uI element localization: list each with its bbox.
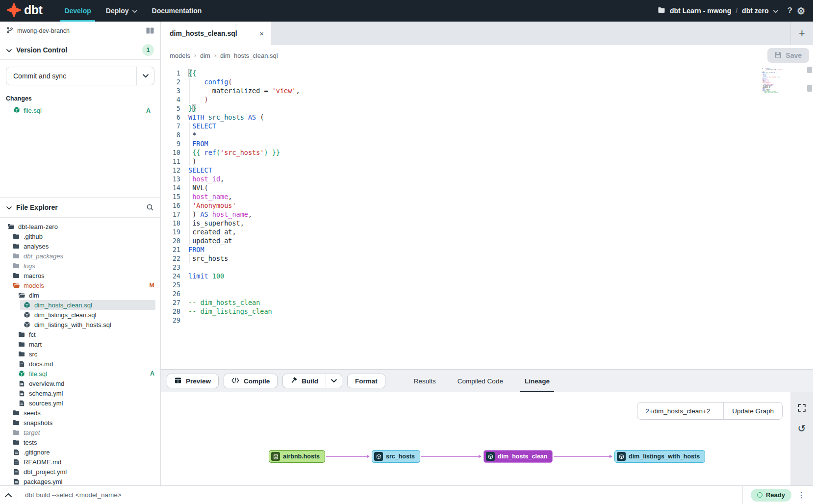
tree-item-.gitignore[interactable]: .gitignore	[0, 447, 160, 457]
dbt-logo[interactable]: dbt	[7, 3, 42, 19]
code-line-text[interactable]: {{	[188, 69, 196, 77]
breadcrumb-dim[interactable]: dim	[200, 52, 210, 59]
code-line-text[interactable]: src_hosts	[188, 254, 228, 263]
account-name[interactable]: dbt Learn - mwong	[670, 7, 731, 15]
tree-item-mart[interactable]: mart	[0, 339, 160, 349]
build-options-caret[interactable]	[326, 374, 342, 388]
help-icon[interactable]: ?	[788, 6, 792, 16]
code-line-text[interactable]: )	[188, 157, 196, 166]
lineage-node-airbnb.hosts[interactable]: airbnb.hosts	[269, 450, 325, 463]
lineage-node-src_hosts[interactable]: src_hosts	[372, 450, 420, 463]
tree-item-dbt_packages[interactable]: dbt_packages	[0, 251, 160, 261]
code-line-text[interactable]: ) AS host_name,	[188, 210, 252, 219]
tab-compiled-code[interactable]: Compiled Code	[457, 370, 503, 392]
build-button[interactable]: Build	[283, 374, 326, 388]
search-icon[interactable]	[146, 203, 154, 211]
scrollbar-thumb[interactable]	[807, 67, 812, 73]
code-line-text[interactable]: limit 100	[188, 272, 224, 280]
commit-and-sync-button[interactable]: Commit and sync	[6, 67, 154, 85]
code-line-text[interactable]: *	[188, 130, 196, 139]
code-line-text[interactable]: SELECT	[188, 166, 212, 175]
breadcrumb-models[interactable]: models	[170, 52, 190, 59]
save-button[interactable]: Save	[767, 48, 809, 63]
code-line-text[interactable]: FROM	[188, 139, 208, 148]
code-line-text[interactable]: updated_at	[188, 236, 232, 245]
tree-item-.github[interactable]: .github	[0, 231, 160, 241]
code-line-text[interactable]: WITH src_hosts AS (	[188, 113, 264, 122]
docs-panel-icon[interactable]	[146, 27, 154, 34]
code-line-text[interactable]: -- dim_hosts_clean	[188, 298, 260, 307]
tree-item-file.sql[interactable]: file.sqlA	[0, 369, 160, 378]
tree-item-dbt-learn-zero[interactable]: dbt-learn-zero	[0, 222, 160, 231]
tree-item-tests[interactable]: tests	[0, 437, 160, 447]
gear-icon[interactable]: ⚙	[797, 6, 805, 16]
code-line-text[interactable]: created_at,	[188, 227, 236, 236]
nav-item-documentation[interactable]: Documentation	[145, 0, 209, 22]
tree-item-snapshots[interactable]: snapshots	[0, 418, 160, 428]
fullscreen-icon[interactable]	[798, 404, 806, 414]
editor-tab-dim-hosts-clean[interactable]: dim_hosts_clean.sql ×	[161, 22, 271, 45]
compile-button[interactable]: Compile	[224, 374, 278, 388]
tree-item-target[interactable]: target	[0, 428, 160, 437]
tree-item-models[interactable]: modelsM	[0, 280, 160, 290]
tree-item-packages.yml[interactable]: packages.yml	[0, 477, 160, 485]
project-selector[interactable]: dbt zero	[742, 7, 768, 15]
code-line-text[interactable]: }}	[188, 104, 196, 113]
branch-row[interactable]: mwong-dev-branch	[0, 22, 160, 40]
new-tab-button[interactable]: +	[790, 22, 813, 45]
code-line-text[interactable]: NVL(	[188, 183, 208, 192]
code-editor[interactable]: 1{{2 config(3 materialized = 'view',4 )5…	[161, 66, 813, 369]
scrollbar-thumb[interactable]	[807, 85, 812, 92]
code-line-text[interactable]: FROM	[188, 245, 204, 254]
tree-item-sources.yml[interactable]: sources.yml	[0, 398, 160, 408]
editor-minimap[interactable]: {{ config( materialized = 'view', )}}WIT…	[762, 68, 804, 93]
version-control-header[interactable]: Version Control 1	[0, 40, 160, 60]
tree-item-src[interactable]: src	[0, 349, 160, 359]
code-line-text[interactable]: )	[188, 95, 208, 104]
tree-item-overview.md[interactable]: overview.md	[0, 378, 160, 388]
code-line-text[interactable]: config(	[188, 77, 232, 86]
code-line-text[interactable]: host_name,	[188, 192, 232, 201]
preview-button[interactable]: Preview	[167, 374, 219, 388]
code-line-text[interactable]: -- dim_listings_clean	[188, 307, 272, 316]
reset-view-icon[interactable]: ↺	[798, 424, 806, 433]
lineage-node-dim_hosts_clean[interactable]: dim_hosts_clean	[483, 450, 553, 463]
tree-item-seeds[interactable]: seeds	[0, 408, 160, 418]
chevron-down-icon[interactable]	[773, 7, 778, 15]
tree-item-analyses[interactable]: analyses	[0, 241, 160, 251]
tree-item-dim[interactable]: dim	[0, 290, 160, 300]
format-button[interactable]: Format	[347, 374, 385, 388]
nav-item-deploy[interactable]: Deploy	[99, 0, 145, 22]
tree-item-docs.md[interactable]: docs.md	[0, 359, 160, 369]
chevron-up-icon[interactable]	[0, 493, 17, 497]
tree-item-schema.yml[interactable]: schema.yml	[0, 388, 160, 398]
tree-item-fct[interactable]: fct	[0, 329, 160, 339]
tab-results[interactable]: Results	[414, 370, 436, 392]
code-line-text[interactable]: is_superhost,	[188, 219, 244, 227]
file-explorer-header[interactable]: File Explorer	[0, 197, 160, 218]
tree-item-README.md[interactable]: README.md	[0, 457, 160, 467]
tree-item-dim_listings_clean.sql[interactable]: dim_listings_clean.sql	[0, 310, 160, 320]
tree-item-dim_hosts_clean.sql[interactable]: dim_hosts_clean.sql	[20, 300, 155, 310]
tree-item-dbt_project.yml[interactable]: dbt_project.yml	[0, 467, 160, 477]
tree-item-dim_listings_with_hosts.sql[interactable]: dim_listings_with_hosts.sql	[0, 320, 160, 329]
breadcrumb-file[interactable]: dim_hosts_clean.sql	[220, 52, 278, 59]
code-line-text[interactable]: SELECT	[188, 122, 216, 130]
lineage-selector-input[interactable]: 2+dim_hosts_clean+2	[637, 403, 724, 419]
tree-item-logs[interactable]: logs	[0, 261, 160, 271]
nav-item-develop[interactable]: Develop	[57, 0, 98, 22]
code-line-text[interactable]: {{ ref('src_hosts') }}	[188, 148, 280, 157]
code-line-text[interactable]: materialized = 'view',	[188, 86, 300, 95]
lineage-node-dim_listings_with_hosts[interactable]: dim_listings_with_hosts	[614, 450, 705, 463]
command-input[interactable]: dbt build --select <model_name>	[25, 491, 742, 499]
update-graph-button[interactable]: Update Graph	[724, 403, 782, 419]
close-icon[interactable]: ×	[259, 29, 264, 38]
kebab-menu-icon[interactable]: ⋮	[797, 490, 805, 500]
commit-button-label[interactable]: Commit and sync	[6, 67, 136, 85]
tab-lineage[interactable]: Lineage	[525, 370, 550, 392]
tree-item-macros[interactable]: macros	[0, 271, 160, 280]
code-line-text[interactable]: host_id,	[188, 175, 224, 183]
commit-options-caret[interactable]	[136, 67, 154, 85]
changed-file-row[interactable]: file.sql A	[6, 106, 154, 115]
code-line-text[interactable]: 'Anonymous'	[188, 201, 236, 210]
